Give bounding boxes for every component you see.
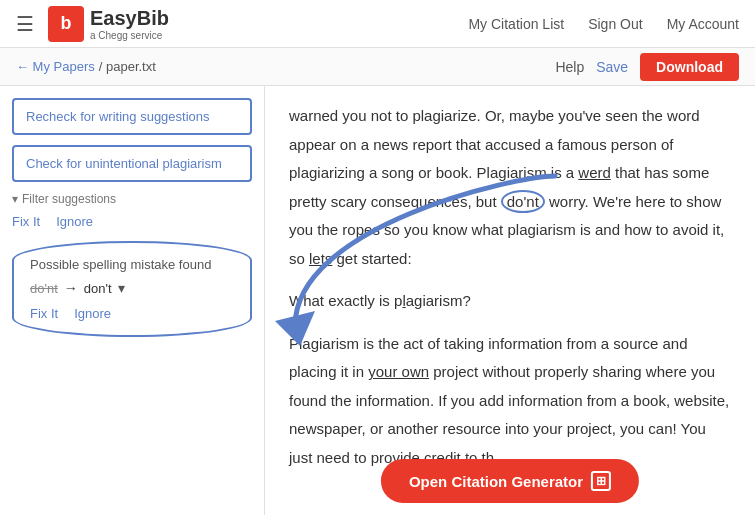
logo-tagline: a Chegg service — [90, 30, 169, 41]
paragraph-2: What exactly is plagiarism? — [289, 287, 731, 316]
header-left: ☰ b EasyBib a Chegg service — [16, 6, 169, 42]
citation-button-icon: ⊞ — [591, 471, 611, 491]
citation-button-label: Open Citation Generator — [409, 473, 583, 490]
file-name: / paper.txt — [99, 59, 156, 74]
correct-word: don't — [84, 281, 112, 296]
plagiarism-button[interactable]: Check for unintentional plagiarism — [12, 145, 252, 182]
download-button[interactable]: Download — [640, 53, 739, 81]
citation-list-link[interactable]: My Citation List — [468, 16, 564, 32]
subheader: ← My Papers / paper.txt Help Save Downlo… — [0, 48, 755, 86]
citation-generator-button[interactable]: Open Citation Generator ⊞ — [381, 459, 639, 503]
top-fix-link[interactable]: Fix It — [12, 214, 40, 229]
main-layout: Recheck for writing suggestions Check fo… — [0, 86, 755, 515]
correction-arrow: → — [64, 280, 78, 296]
logo-icon: b — [48, 6, 84, 42]
help-button[interactable]: Help — [555, 59, 584, 75]
your-own-phrase: your own — [368, 363, 429, 380]
suggestion-correction: do'nt → don't ▾ — [30, 280, 234, 296]
save-button[interactable]: Save — [596, 59, 628, 75]
suggestion-title: Possible spelling mistake found — [30, 257, 234, 272]
content-area: warned you not to plagiarize. Or, maybe … — [265, 86, 755, 515]
top-fix-ignore-row: Fix It Ignore — [12, 214, 252, 229]
dont-circle: do'nt — [501, 190, 545, 213]
dropdown-icon[interactable]: ▾ — [118, 280, 125, 296]
my-account-link[interactable]: My Account — [667, 16, 739, 32]
hamburger-icon[interactable]: ☰ — [16, 12, 34, 36]
suggestion-card: Possible spelling mistake found do'nt → … — [12, 241, 252, 337]
filter-icon: ▾ — [12, 192, 18, 206]
top-ignore-link[interactable]: Ignore — [56, 214, 93, 229]
werd-word: werd — [578, 164, 611, 181]
back-link[interactable]: ← My Papers — [16, 59, 95, 74]
plagiarism-word: l — [402, 292, 405, 309]
filter-label: ▾ Filter suggestions — [12, 192, 252, 206]
paragraph-1: warned you not to plagiarize. Or, maybe … — [289, 102, 731, 273]
lets-word: lets — [309, 250, 332, 267]
paragraph-3: Plagiarism is the act of taking informat… — [289, 330, 731, 473]
breadcrumb: ← My Papers / paper.txt — [16, 59, 156, 74]
recheck-button[interactable]: Recheck for writing suggestions — [12, 98, 252, 135]
logo-name: EasyBib — [90, 7, 169, 30]
card-ignore-link[interactable]: Ignore — [74, 306, 111, 321]
sidebar: Recheck for writing suggestions Check fo… — [0, 86, 265, 515]
wrong-word: do'nt — [30, 281, 58, 296]
logo-text: EasyBib a Chegg service — [90, 7, 169, 41]
header-nav: My Citation List Sign Out My Account — [468, 16, 739, 32]
card-fix-link[interactable]: Fix It — [30, 306, 58, 321]
suggestion-actions: Fix It Ignore — [30, 306, 234, 321]
header: ☰ b EasyBib a Chegg service My Citation … — [0, 0, 755, 48]
sign-out-link[interactable]: Sign Out — [588, 16, 642, 32]
subheader-actions: Help Save Download — [555, 53, 739, 81]
